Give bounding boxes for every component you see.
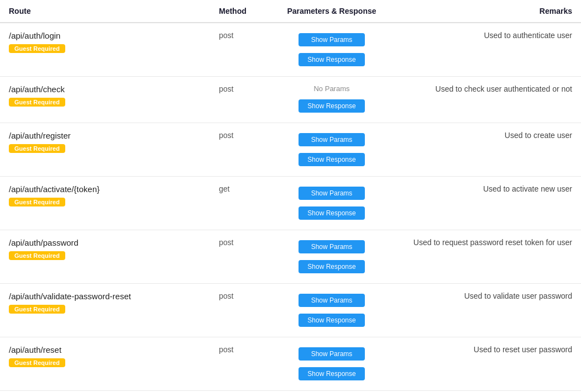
guest-required-badge: Guest Required [9,98,65,107]
params-buttons: Show ParamsShow Response [285,345,378,383]
show-response-button[interactable]: Show Response [299,53,365,66]
route-path: /api/auth/activate/{token} [9,184,201,194]
params-buttons: Show ParamsShow Response [285,31,378,68]
params-cell: Show ParamsShow Response [276,177,387,230]
params-cell: Show ParamsShow Response [276,123,387,177]
table-row: /api/auth/loginGuest RequiredpostShow Pa… [0,23,581,77]
params-cell: Show ParamsShow Response [276,23,387,77]
params-cell: Show ParamsShow Response [276,284,387,337]
guest-required-badge: Guest Required [9,198,65,206]
guest-required-badge: Guest Required [9,44,65,53]
method-cell: post [210,230,276,284]
show-response-button[interactable]: Show Response [299,260,365,273]
table-header-row: Route Method Parameters & Response Remar… [0,0,581,23]
guest-required-badge: Guest Required [9,251,65,260]
table-row: /api/auth/registerGuest RequiredpostShow… [0,123,581,177]
show-response-button[interactable]: Show Response [299,99,365,113]
route-path: /api/auth/reset [9,345,201,354]
guest-required-badge: Guest Required [9,144,65,153]
no-params-label: No Params [313,84,349,93]
remarks-cell: Used to create user [387,123,581,177]
show-params-button[interactable]: Show Params [299,187,365,200]
method-cell: post [210,284,276,337]
params-cell: Show ParamsShow Response [276,337,387,391]
params-buttons: Show ParamsShow Response [285,131,378,168]
col-header-method: Method [210,0,276,23]
params-buttons: No ParamsShow Response [285,84,378,115]
params-cell: No ParamsShow Response [276,77,387,123]
remarks-cell: Used to check user authenticated or not [387,77,581,123]
method-cell: post [210,123,276,177]
method-cell: post [210,77,276,123]
route-cell-1: /api/auth/checkGuest Required [0,77,210,123]
show-response-button[interactable]: Show Response [299,314,365,327]
show-params-button[interactable]: Show Params [299,294,365,307]
route-cell-2: /api/auth/registerGuest Required [0,123,210,177]
params-cell: Show ParamsShow Response [276,230,387,284]
route-path: /api/auth/check [9,84,201,94]
remarks-cell: Used to activate new user [387,177,581,230]
table-row: /api/auth/validate-password-resetGuest R… [0,284,581,337]
show-params-button[interactable]: Show Params [299,33,365,46]
method-cell: post [210,23,276,77]
remarks-cell: Used to validate user password [387,284,581,337]
show-response-button[interactable]: Show Response [299,367,365,380]
route-path: /api/auth/login [9,31,201,40]
remarks-cell: Used to reset user password [387,337,581,391]
col-header-route: Route [0,0,210,23]
route-cell-3: /api/auth/activate/{token}Guest Required [0,177,210,230]
api-routes-table: Route Method Parameters & Response Remar… [0,0,581,391]
show-response-button[interactable]: Show Response [299,153,365,166]
remarks-cell: Used to authenticate user [387,23,581,77]
route-cell-6: /api/auth/resetGuest Required [0,337,210,391]
params-buttons: Show ParamsShow Response [285,184,378,222]
params-buttons: Show ParamsShow Response [285,292,378,329]
params-buttons: Show ParamsShow Response [285,238,378,276]
show-params-button[interactable]: Show Params [299,347,365,361]
route-cell-0: /api/auth/loginGuest Required [0,23,210,77]
col-header-params: Parameters & Response [276,0,387,23]
guest-required-badge: Guest Required [9,358,65,367]
show-params-button[interactable]: Show Params [299,133,365,146]
remarks-cell: Used to request password reset token for… [387,230,581,284]
table-row: /api/auth/checkGuest RequiredpostNo Para… [0,77,581,123]
show-params-button[interactable]: Show Params [299,240,365,253]
table-row: /api/auth/resetGuest RequiredpostShow Pa… [0,337,581,391]
route-path: /api/auth/validate-password-reset [9,292,201,301]
route-path: /api/auth/register [9,131,201,140]
method-cell: get [210,177,276,230]
api-table-container: Route Method Parameters & Response Remar… [0,0,581,391]
table-row: /api/auth/passwordGuest RequiredpostShow… [0,230,581,284]
guest-required-badge: Guest Required [9,305,65,314]
col-header-remarks: Remarks [387,0,581,23]
show-response-button[interactable]: Show Response [299,206,365,220]
route-cell-5: /api/auth/validate-password-resetGuest R… [0,284,210,337]
route-cell-4: /api/auth/passwordGuest Required [0,230,210,284]
method-cell: post [210,337,276,391]
route-path: /api/auth/password [9,238,201,247]
table-row: /api/auth/activate/{token}Guest Required… [0,177,581,230]
